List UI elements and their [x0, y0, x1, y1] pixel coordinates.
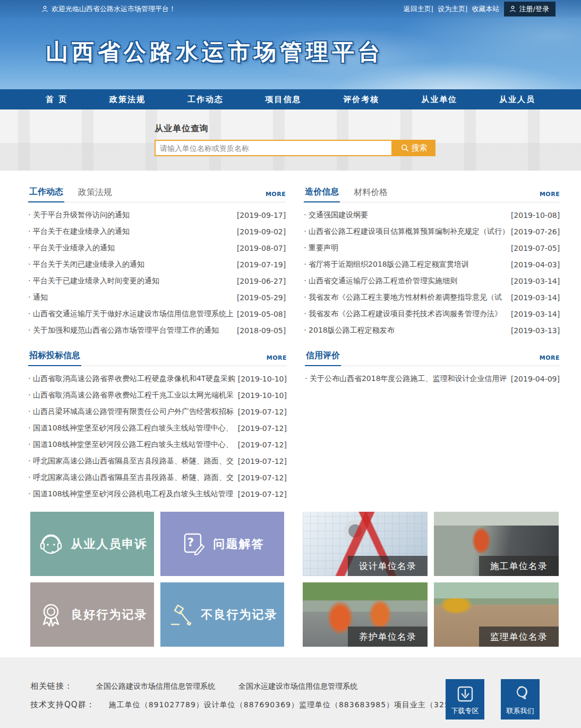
tab-material-price[interactable]: 材料价格 [353, 187, 389, 202]
search-button[interactable]: 搜索 [392, 140, 435, 156]
list-item[interactable]: 交通强国建设纲要[2019-10-08] [304, 207, 560, 223]
national-highway-credit-link[interactable]: 全国公路建设市场信用信息管理系统 [96, 682, 215, 691]
list-item[interactable]: 平台关于业绩录入的通知[2019-08-07] [28, 240, 286, 256]
list-item[interactable]: 平台关于关闭已建业绩录入的通知[2019-07-19] [28, 256, 286, 273]
qq-support-label: 技术支持QQ群： [30, 700, 95, 710]
list-item[interactable]: 我省发布《公路工程建设项目委托技术咨询服务管理办法》[2019-03-14] [304, 306, 560, 322]
link-bookmark[interactable]: 收藏本站 [472, 4, 500, 14]
topbar-links: 返回主页| 设为主页| 收藏本站 注册/登录 [404, 2, 556, 16]
list-item[interactable]: 平台关于在建业绩录入的通知[2019-09-02] [28, 223, 286, 240]
good-record-label: 良好行为记录 [71, 607, 148, 623]
chat-bubbles-icon [511, 685, 530, 703]
gavel-icon [167, 601, 195, 629]
download-icon [456, 685, 474, 703]
more-link-bid[interactable]: MORE [267, 354, 287, 366]
question-note-icon: ? [181, 531, 207, 557]
bad-record-block[interactable]: 不良行为记录 [160, 582, 284, 647]
construction-directory-caption: 施工单位名录 [479, 556, 559, 576]
construction-directory-card[interactable]: 施工单位名录 [434, 512, 559, 576]
nav-personnel[interactable]: 从业人员 [485, 89, 549, 109]
nav-project[interactable]: 项目信息 [252, 89, 315, 109]
search-button-label: 搜索 [412, 143, 428, 153]
list-item[interactable]: 平台关于已建业绩录入时间变更的通知[2019-06-27] [28, 273, 286, 289]
tab-bid-info[interactable]: 招标投标信息 [28, 350, 81, 366]
login-register-button[interactable]: 注册/登录 [504, 2, 556, 16]
download-zone-button[interactable]: 下载专区 [446, 679, 484, 719]
appeal-block[interactable]: 从业人员申诉 [30, 512, 154, 576]
list-item[interactable]: 山西省公路工程建设项目估算概算预算编制补充规定（试行）[2019-07-26] [304, 223, 560, 240]
main-content: 工作动态 政策法规 MORE 关于平台升级暂停访问的通知[2019-09-17]… [0, 171, 581, 647]
svg-text:?: ? [187, 536, 195, 549]
qq-groups-text: 施工单位（891027789）设计单位（887690369）监理单位（88368… [109, 700, 490, 710]
list-item[interactable]: 重要声明[2019-07-05] [304, 240, 560, 256]
design-directory-card[interactable]: 设计单位名录 [303, 512, 428, 576]
section-credit: 信用评价 MORE 关于公布山西省2018年度公路施工、监理和设计企业信用评[2… [305, 350, 560, 502]
site-title: 山西省公路水运市场管理平台 [46, 37, 384, 67]
bad-record-label: 不良行为记录 [201, 607, 278, 623]
qa-block[interactable]: ? 问题解答 [160, 512, 284, 576]
list-item[interactable]: 国道108线神堂堡至砂河段公路工程白坡头主线站管理中心、[2019-07-12] [28, 436, 287, 453]
link-set-home[interactable]: 设为主页| [438, 4, 467, 14]
nav-work[interactable]: 工作动态 [174, 89, 237, 109]
tab-policy[interactable]: 政策法规 [77, 187, 113, 202]
user-icon [41, 5, 48, 12]
tab-cost-info[interactable]: 造价信息 [304, 187, 340, 202]
user-icon [509, 5, 516, 12]
list-item[interactable]: 山西省取消高速公路省界收费站工程硬盘录像机和4T硬盘采购[2019-10-10] [28, 370, 287, 387]
tab-work-news[interactable]: 工作动态 [28, 187, 64, 202]
login-label: 注册/登录 [519, 4, 549, 14]
search-input[interactable] [155, 140, 392, 156]
appeal-label: 从业人员申诉 [71, 536, 148, 552]
contact-us-button[interactable]: 联系我们 [501, 679, 540, 719]
national-waterway-credit-link[interactable]: 全国水运建设市场信用信息管理系统 [238, 682, 357, 691]
maintenance-directory-caption: 养护单位名录 [348, 627, 428, 647]
main-nav: 首 页 政策法规 工作动态 项目信息 评价考核 从业单位 从业人员 [0, 89, 581, 109]
list-item[interactable]: 我省发布《公路工程主要地方性材料价差调整指导意见（试[2019-03-14] [304, 289, 560, 306]
download-zone-label: 下载专区 [451, 706, 479, 716]
search-strip: 从业单位查询 搜索 [0, 109, 581, 171]
list-item[interactable]: 国道108线神堂堡至砂河段公路工程白坡头主线站管理中心、[2019-07-12] [28, 420, 287, 436]
search-icon [401, 144, 409, 152]
list-item[interactable]: 关于平台升级暂停访问的通知[2019-09-17] [28, 207, 286, 223]
nav-policy[interactable]: 政策法规 [96, 89, 159, 109]
link-return-home[interactable]: 返回主页| [404, 4, 433, 14]
directory-gallery: 设计单位名录 施工单位名录 养护单位名录 监理单位名录 [303, 512, 559, 647]
more-link-cost[interactable]: MORE [540, 191, 560, 202]
list-item[interactable]: 呼北国家高速公路山西省隰县至吉县段路基、桥隧、路面、交[2019-07-12] [28, 453, 287, 469]
more-link-credit[interactable]: MORE [540, 354, 560, 366]
list-item[interactable]: 关于加强和规范山西省公路市场管理平台管理工作的通知[2018-09-05] [28, 322, 286, 338]
list-item[interactable]: 山西省取消高速公路省界收费站工程千兆工业以太网光端机采[2019-10-10] [28, 387, 287, 403]
good-record-block[interactable]: 良好行为记录 [30, 582, 154, 647]
site-banner: 欢迎光临山西省公路水运市场管理平台！ 返回主页| 设为主页| 收藏本站 注册/登… [0, 0, 581, 89]
list-item[interactable]: 关于公布山西省2018年度公路施工、监理和设计企业信用评[2019-04-09] [305, 370, 560, 387]
medal-icon [37, 601, 65, 629]
list-item[interactable]: 国道108线神堂堡至砂河段公路机电工程及白坡头主线站管理[2019-07-12] [28, 486, 287, 502]
welcome-area: 欢迎光临山西省公路水运市场管理平台！ [41, 4, 176, 14]
section-cost-info: 造价信息 材料价格 MORE 交通强国建设纲要[2019-10-08] 山西省公… [304, 187, 560, 338]
footer: 相关链接： 全国公路建设市场信用信息管理系统 全国水运建设市场信用信息管理系统 … [0, 657, 581, 728]
list-item[interactable]: 2018版公路工程定额发布[2019-03-13] [304, 322, 560, 338]
more-link-work[interactable]: MORE [266, 191, 286, 202]
related-links-label: 相关链接： [30, 681, 73, 691]
quick-links-grid: 从业人员申诉 ? 问题解答 良好行为记录 [28, 512, 287, 647]
welcome-text: 欢迎光临山西省公路水运市场管理平台！ [52, 4, 176, 14]
qa-label: 问题解答 [213, 536, 264, 552]
section-bid-info: 招标投标信息 MORE 山西省取消高速公路省界收费站工程硬盘录像机和4T硬盘采购… [28, 350, 287, 502]
list-item[interactable]: 山西吕梁环城高速公路管理有限责任公司户外广告经营权招标[2019-07-12] [28, 403, 287, 420]
maintenance-directory-card[interactable]: 养护单位名录 [303, 582, 428, 647]
nav-units[interactable]: 从业单位 [407, 89, 471, 109]
nav-evaluation[interactable]: 评价考核 [329, 89, 393, 109]
design-directory-caption: 设计单位名录 [348, 556, 428, 576]
list-item[interactable]: 山西省交通运输厅公路工程造价管理实施细则[2019-03-14] [304, 273, 560, 289]
nav-home[interactable]: 首 页 [32, 89, 81, 109]
tab-credit[interactable]: 信用评价 [305, 350, 341, 366]
list-item[interactable]: 通知[2019-05-29] [28, 289, 286, 306]
section-work-news: 工作动态 政策法规 MORE 关于平台升级暂停访问的通知[2019-09-17]… [28, 187, 286, 338]
supervision-directory-card[interactable]: 监理单位名录 [434, 582, 559, 647]
list-item[interactable]: 省厅将于近期组织2018版公路工程定额宣贯培训[2019-04-03] [304, 256, 560, 273]
search-title: 从业单位查询 [155, 123, 581, 134]
supervision-directory-caption: 监理单位名录 [479, 627, 559, 647]
top-bar: 欢迎光临山西省公路水运市场管理平台！ 返回主页| 设为主页| 收藏本站 注册/登… [0, 0, 581, 18]
list-item[interactable]: 山西省交通运输厅关于做好水运建设市场信用信息管理系统上[2019-05-08] [28, 306, 286, 322]
list-item[interactable]: 呼北国家高速公路山西省隰县至吉县段路基、桥隧、路面、交[2019-07-12] [28, 469, 287, 486]
